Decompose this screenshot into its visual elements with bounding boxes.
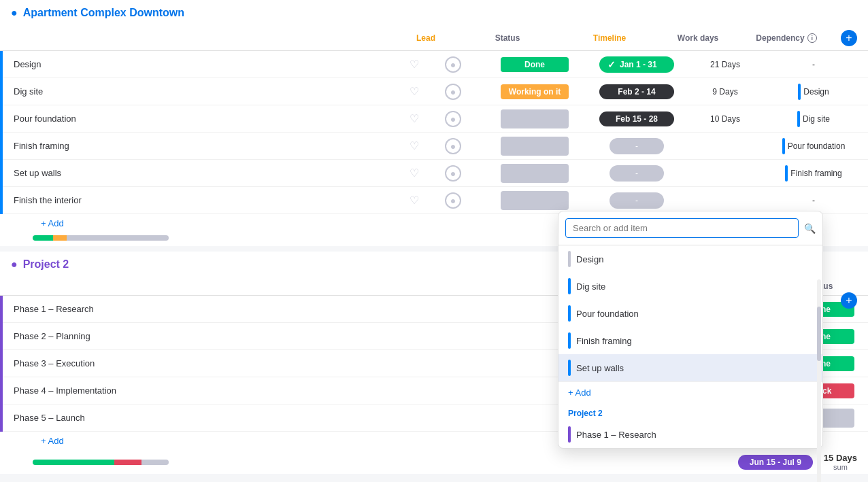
row-name: Pour foundation ♡ (8, 112, 419, 125)
timeline-badge[interactable]: Feb 15 - 28 (599, 111, 674, 126)
chat-icon[interactable]: ♡ (410, 85, 419, 98)
row-dependency: Finish framing (759, 165, 868, 182)
project1-header: ● Apartment Complex Downtown (0, 0, 868, 26)
bottom-workdays: 15 Days (824, 453, 857, 463)
row-indicator (0, 133, 3, 160)
status-empty[interactable] (501, 109, 569, 128)
row-indicator (0, 350, 3, 377)
row-status[interactable]: Done (487, 57, 582, 72)
timeline-empty[interactable]: - (610, 138, 664, 154)
row-indicator (0, 51, 3, 78)
task-row: Finish the interior ♡ ● - - (0, 187, 868, 214)
row-timeline[interactable]: - (582, 192, 691, 209)
dropdown-item[interactable]: Pour foundation (558, 300, 822, 327)
dropdown-item-label: Design (576, 254, 603, 264)
project2-chevron[interactable]: ● (11, 258, 18, 271)
search-icon: 🔍 (804, 223, 816, 234)
add-column-button[interactable]: + (841, 30, 857, 46)
task-name: Pour foundation (14, 114, 401, 124)
dep-text: Dig site (803, 114, 830, 124)
dropdown-item-label: Dig site (576, 281, 605, 292)
chat-icon[interactable]: ♡ (410, 167, 419, 179)
row-status[interactable]: Working on it (487, 84, 582, 99)
avatar: ● (445, 192, 461, 209)
row-lead: ● (419, 138, 487, 154)
timeline-empty[interactable]: - (610, 192, 664, 209)
row-dependency: Dig site (759, 111, 868, 127)
dropdown-item[interactable]: Design (558, 245, 822, 273)
avatar: ● (445, 138, 461, 154)
chat-icon[interactable]: ♡ (410, 58, 419, 71)
bottom-workdays-label: sum (824, 463, 857, 471)
dep-dot (568, 278, 571, 294)
chat-icon[interactable]: ♡ (410, 139, 419, 152)
row-timeline[interactable]: Feb 15 - 28 (582, 111, 691, 126)
avatar: ● (445, 165, 461, 182)
progress-done (33, 460, 114, 465)
dep-indicator (797, 111, 800, 127)
task-row: Dig site ♡ ● Working on it Feb 2 - 14 9 … (0, 78, 868, 105)
project1-table-header: Lead Status Timeline Work days Dependenc… (0, 26, 868, 51)
status-empty[interactable] (501, 191, 569, 210)
status-badge[interactable]: Done (501, 57, 569, 72)
timeline-empty[interactable]: - (610, 165, 664, 182)
row-lead: ● (419, 165, 487, 182)
project1-chevron[interactable]: ● (11, 7, 18, 19)
row-indicator (0, 78, 3, 105)
chat-icon[interactable]: ♡ (410, 112, 419, 125)
row-status[interactable] (487, 137, 582, 156)
progress-done (33, 235, 53, 241)
project1-section: ● Apartment Complex Downtown Lead Status… (0, 0, 868, 246)
avatar: ● (445, 111, 461, 127)
status-empty[interactable] (501, 137, 569, 156)
progress-bar (33, 235, 169, 241)
dropdown-item-label: Pour foundation (576, 309, 639, 319)
row-timeline[interactable]: - (582, 165, 691, 182)
row-name: Finish framing ♡ (8, 139, 419, 152)
status-badge[interactable]: Working on it (501, 84, 569, 99)
timeline-badge[interactable]: Feb 2 - 14 (599, 84, 674, 99)
row-name: Design ♡ (8, 58, 419, 71)
dropdown-item[interactable]: Dig site (558, 273, 822, 300)
dropdown-item[interactable]: Phase 1 – Research (558, 421, 822, 448)
task-row: Pour foundation ♡ ● Feb 15 - 28 10 Days … (0, 105, 868, 133)
plus-circle-p2[interactable]: + (841, 292, 857, 309)
row-indicator (0, 323, 3, 350)
row-status[interactable] (487, 109, 582, 128)
row-timeline[interactable]: - (582, 138, 691, 154)
col-header-lead: Lead (392, 33, 460, 43)
col-header-status: Status (460, 33, 555, 43)
row-timeline[interactable]: Feb 2 - 14 (582, 84, 691, 99)
row-indicator (0, 404, 3, 432)
task-name: Dig site (14, 86, 401, 97)
row-indicator (0, 296, 3, 323)
row-lead: ● (419, 111, 487, 127)
search-input[interactable] (565, 218, 799, 238)
project1-title: Apartment Complex Downtown (23, 7, 184, 19)
dropdown-add-button[interactable]: + Add (558, 381, 822, 403)
row-timeline[interactable]: ✓ Jan 1 - 31 (582, 56, 691, 73)
row-status[interactable] (487, 191, 582, 210)
col-header-workdays: Work days (664, 33, 732, 43)
dropdown-item-highlighted[interactable]: Set up walls (558, 354, 822, 381)
status-empty[interactable] (501, 164, 569, 183)
scrollbar-thumb[interactable] (817, 307, 821, 361)
dropdown-item[interactable]: Finish framing (558, 327, 822, 354)
row-status[interactable] (487, 164, 582, 183)
search-box: 🔍 (558, 211, 822, 245)
dep-dot (568, 251, 571, 267)
col-header-add: + (841, 30, 868, 46)
project2-title: Project 2 (23, 258, 69, 271)
avatar: ● (445, 56, 461, 73)
dep-dot (568, 305, 571, 322)
dep-text: Design (803, 87, 829, 97)
chat-icon[interactable]: ♡ (410, 194, 419, 207)
project2-bottom: Jun 15 - Jul 9 15 Days sum (0, 450, 868, 474)
dep-text: Pour foundation (788, 141, 846, 151)
dep-indicator (798, 84, 801, 100)
dropdown-add-label: + Add (568, 388, 591, 398)
timeline-badge[interactable]: ✓ Jan 1 - 31 (599, 56, 674, 73)
row-lead: ● (419, 56, 487, 73)
dependency-info-icon[interactable]: i (807, 33, 817, 43)
add-project2-column-button[interactable]: + (841, 292, 857, 309)
